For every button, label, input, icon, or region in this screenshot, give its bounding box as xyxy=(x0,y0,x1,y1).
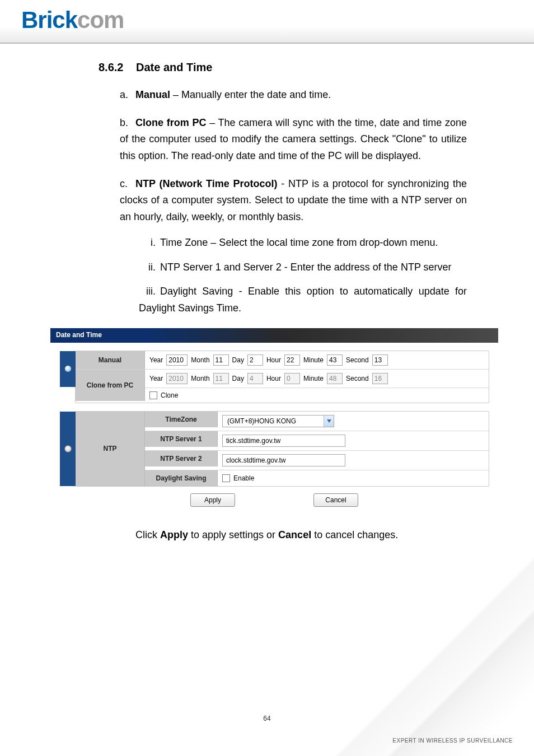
label-ntp1: NTP Server 1 xyxy=(145,431,218,447)
clone-checkbox-label: Clone xyxy=(161,391,178,399)
cancel-button[interactable]: Cancel xyxy=(313,493,358,507)
item-letter: a. xyxy=(120,87,135,104)
sublist-item-ii: ii.NTP Server 1 and Server 2 - Enter the… xyxy=(139,259,467,276)
clonepc-day-input xyxy=(247,373,263,384)
lbl-day: Day xyxy=(232,375,244,382)
sublist-item-iii: iii.Daylight Saving - Enable this option… xyxy=(139,283,467,316)
lbl-month: Month xyxy=(191,375,209,382)
clonepc-minute-input xyxy=(327,373,343,384)
item-label: Clone from PC xyxy=(135,117,206,128)
sublist-item-i: i.Time Zone – Select the local time zone… xyxy=(139,235,467,251)
item-text: – Manually enter the date and time. xyxy=(170,89,331,100)
logo-part-com: com xyxy=(77,7,124,34)
manual-year-input[interactable] xyxy=(166,354,188,366)
lbl-hour: Hour xyxy=(266,375,281,382)
radio-selected-icon xyxy=(64,365,72,372)
label-ntp2: NTP Server 2 xyxy=(145,451,218,466)
list-item-a: a.Manual – Manually enter the date and t… xyxy=(120,87,467,104)
roman-mark: ii. xyxy=(139,259,156,276)
lbl-day: Day xyxy=(232,356,244,364)
manual-day-input[interactable] xyxy=(247,354,263,366)
radio-ntp[interactable] xyxy=(60,412,76,486)
radio-unselected-icon xyxy=(64,445,72,452)
list-item-c: c.NTP (Network Time Protocol) - NTP is a… xyxy=(120,176,467,317)
lbl-year: Year xyxy=(149,356,163,364)
date-time-panel: Date and Time Manual Year Month xyxy=(50,328,498,514)
ntp2-input[interactable] xyxy=(222,454,345,466)
clone-checkbox[interactable] xyxy=(149,391,157,399)
item-label: NTP (Network Time Protocol) xyxy=(135,178,278,189)
section-title: Date and Time xyxy=(136,61,212,73)
lbl-hour: Hour xyxy=(266,356,281,364)
timezone-value: (GMT+8)HONG KONG xyxy=(223,417,324,425)
lbl-second: Second xyxy=(346,375,369,382)
group-ntp: NTP TimeZone (GMT+8)HONG KONG xyxy=(75,411,489,487)
logo-bar: Brickcom xyxy=(0,0,534,44)
roman-text: NTP Server 1 and Server 2 - Enter the ad… xyxy=(160,262,452,273)
daylight-enable-label: Enable xyxy=(233,474,254,482)
logo-part-brick: Brick xyxy=(21,7,77,34)
daylight-checkbox[interactable] xyxy=(222,474,230,482)
lbl-minute: Minute xyxy=(303,375,324,382)
manual-second-input[interactable] xyxy=(372,354,388,366)
label-manual: Manual xyxy=(76,351,145,369)
timezone-select[interactable]: (GMT+8)HONG KONG xyxy=(222,415,334,427)
ntp1-input[interactable] xyxy=(222,435,345,447)
item-label: Manual xyxy=(135,89,170,100)
footer-tagline: EXPERT IN WIRELESS IP SURVEILLANCE xyxy=(392,738,513,744)
roman-mark: iii. xyxy=(139,283,156,300)
manual-hour-input[interactable] xyxy=(284,354,300,366)
clone-check-row: Clone xyxy=(145,388,489,403)
item-letter: b. xyxy=(120,115,135,132)
item-letter: c. xyxy=(120,176,135,193)
roman-text: Daylight Saving - Enable this option to … xyxy=(139,286,467,314)
group-manual-clone: Manual Year Month Day Hour Minute xyxy=(75,351,489,403)
brand-logo: Brickcom xyxy=(21,7,534,34)
roman-mark: i. xyxy=(139,235,156,251)
clonepc-hour-input xyxy=(284,373,300,384)
clonepc-row: Year Month Day Hour Minute xyxy=(145,370,489,388)
clonepc-month-input xyxy=(213,373,229,384)
label-clone-pc: Clone from PC xyxy=(76,370,145,401)
label-timezone: TimeZone xyxy=(145,412,218,427)
clonepc-second-input xyxy=(372,373,388,384)
apply-button[interactable]: Apply xyxy=(190,493,235,507)
lbl-year: Year xyxy=(149,375,163,382)
after-panel-text: Click Apply to apply settings or Cancel … xyxy=(135,527,467,544)
label-ntp: NTP xyxy=(76,412,145,486)
manual-month-input[interactable] xyxy=(213,354,229,366)
page-number: 64 xyxy=(0,715,534,722)
lbl-month: Month xyxy=(191,356,209,364)
lbl-minute: Minute xyxy=(303,356,324,364)
clonepc-year-input xyxy=(166,373,188,384)
section-number: 8.6.2 xyxy=(99,58,133,77)
list-item-b: b.Clone from PC – The camera will sync w… xyxy=(120,115,467,165)
panel-header: Date and Time xyxy=(50,328,498,343)
label-daylight: Daylight Saving xyxy=(145,470,218,486)
radio-manual-clone[interactable] xyxy=(60,351,76,387)
lbl-second: Second xyxy=(346,356,369,364)
chevron-down-icon xyxy=(324,416,334,427)
manual-minute-input[interactable] xyxy=(327,354,343,366)
roman-text: Time Zone – Select the local time zone f… xyxy=(160,237,438,248)
manual-row: Year Month Day Hour Minute Second xyxy=(145,351,489,369)
section-heading: 8.6.2 Date and Time xyxy=(99,58,467,77)
